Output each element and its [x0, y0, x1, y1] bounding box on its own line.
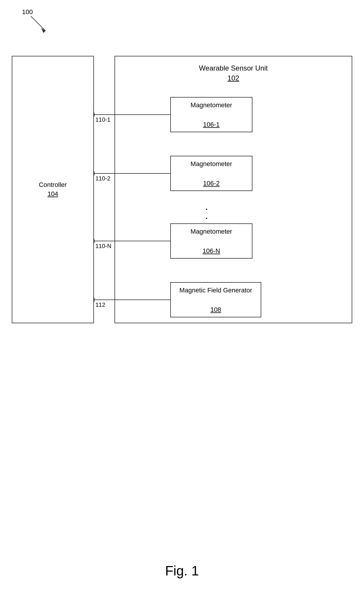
diagram-container: 100 Controller 104 — [0, 0, 364, 611]
magnetometer-n-box: Magnetometer 106-N — [170, 223, 252, 259]
magnetometer-2-box: Magnetometer 106-2 — [170, 156, 252, 191]
controller-box: Controller 104 — [12, 56, 94, 323]
magnetometer-1-box: Magnetometer 106-1 — [170, 97, 252, 132]
reference-number: 100 — [22, 8, 33, 16]
figure-caption: Fig. 1 — [0, 563, 364, 579]
magnetic-field-generator-box: Magnetic Field Generator 108 — [170, 282, 261, 317]
controller-label: Controller 104 — [39, 180, 67, 199]
wire-label-110-2: 110-2 — [95, 175, 110, 182]
wire-label-110-1: 110-1 — [95, 116, 110, 123]
sensor-unit-title: Wearable Sensor Unit 102 — [114, 63, 352, 83]
svg-line-0 — [31, 16, 45, 31]
wire-label-110-n: 110-N — [95, 243, 111, 250]
wire-label-112: 112 — [95, 302, 105, 308]
svg-marker-1 — [41, 28, 45, 33]
